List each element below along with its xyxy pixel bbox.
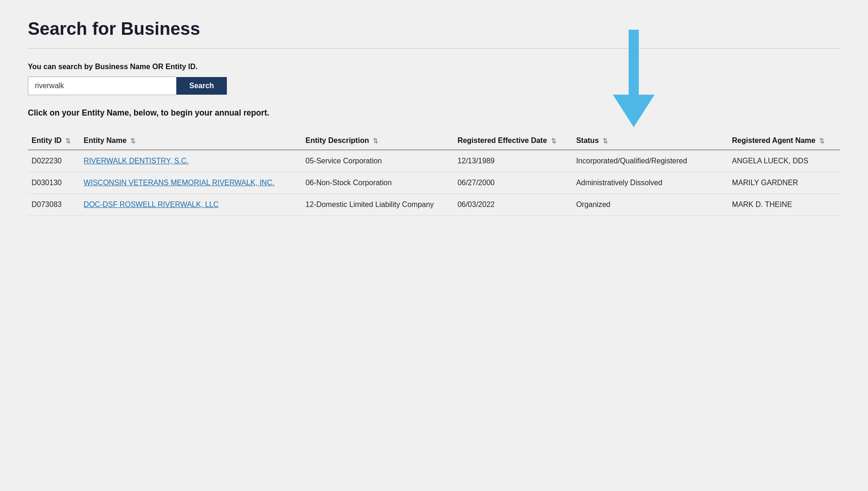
cell-entity-name[interactable]: DOC-DSF ROSWELL RIVERWALK, LLC [80,194,302,216]
col-header-status[interactable]: Status ⇅ [572,132,728,150]
col-header-entity-name[interactable]: Entity Name ⇅ [80,132,302,150]
entity-name-link[interactable]: DOC-DSF ROSWELL RIVERWALK, LLC [84,200,219,208]
search-form: Search [28,77,840,95]
click-instruction: Click on your Entity Name, below, to beg… [28,108,840,118]
cell-entity-desc: 12-Domestic Limited Liability Company [302,194,454,216]
cell-reg-agent-name: MARILY GARDNER [728,172,840,194]
search-input[interactable] [28,77,176,95]
table-row: D030130WISCONSIN VETERANS MEMORIAL RIVER… [28,172,840,194]
search-instruction: You can search by Business Name OR Entit… [28,63,840,71]
sort-icon-reg-eff-date: ⇅ [551,137,556,144]
col-header-entity-desc[interactable]: Entity Description ⇅ [302,132,454,150]
col-header-reg-agent[interactable]: Registered Agent Name ⇅ [728,132,840,150]
entity-name-link[interactable]: WISCONSIN VETERANS MEMORIAL RIVERWALK, I… [84,179,274,187]
cell-entity-desc: 05-Service Corporation [302,150,454,172]
cell-entity-name[interactable]: RIVERWALK DENTISTRY, S.C. [80,150,302,172]
cell-entity-desc: 06-Non-Stock Corporation [302,172,454,194]
sort-icon-reg-agent: ⇅ [819,137,824,144]
cell-reg-eff-date: 06/27/2000 [454,172,572,194]
col-header-entity-id[interactable]: Entity ID ⇅ [28,132,80,150]
sort-icon-entity-id: ⇅ [65,137,71,144]
cell-status: Incorporated/Qualified/Registered [572,150,728,172]
sort-icon-status: ⇅ [603,137,608,144]
entity-name-link[interactable]: RIVERWALK DENTISTRY, S.C. [84,157,188,165]
col-header-reg-eff-date[interactable]: Registered Effective Date ⇅ [454,132,572,150]
sort-icon-entity-name: ⇅ [130,137,135,144]
cell-reg-eff-date: 12/13/1989 [454,150,572,172]
search-button[interactable]: Search [176,77,227,95]
results-table: Entity ID ⇅ Entity Name ⇅ Entity Descrip… [28,132,840,216]
cell-entity-id: D022230 [28,150,80,172]
cell-reg-agent-name: ANGELA LUECK, DDS [728,150,840,172]
page-title: Search for Business [28,19,840,39]
table-row: D073083DOC-DSF ROSWELL RIVERWALK, LLC12-… [28,194,840,216]
content-area: Entity ID ⇅ Entity Name ⇅ Entity Descrip… [28,132,840,216]
cell-entity-id: D073083 [28,194,80,216]
cell-entity-name[interactable]: WISCONSIN VETERANS MEMORIAL RIVERWALK, I… [80,172,302,194]
cell-reg-eff-date: 06/03/2022 [454,194,572,216]
table-header-row: Entity ID ⇅ Entity Name ⇅ Entity Descrip… [28,132,840,150]
cell-status: Organized [572,194,728,216]
cell-reg-agent-name: MARK D. THEINE [728,194,840,216]
cell-status: Administratively Dissolved [572,172,728,194]
sort-icon-entity-desc: ⇅ [373,137,378,144]
title-divider [28,48,840,49]
cell-entity-id: D030130 [28,172,80,194]
table-row: D022230RIVERWALK DENTISTRY, S.C.05-Servi… [28,150,840,172]
